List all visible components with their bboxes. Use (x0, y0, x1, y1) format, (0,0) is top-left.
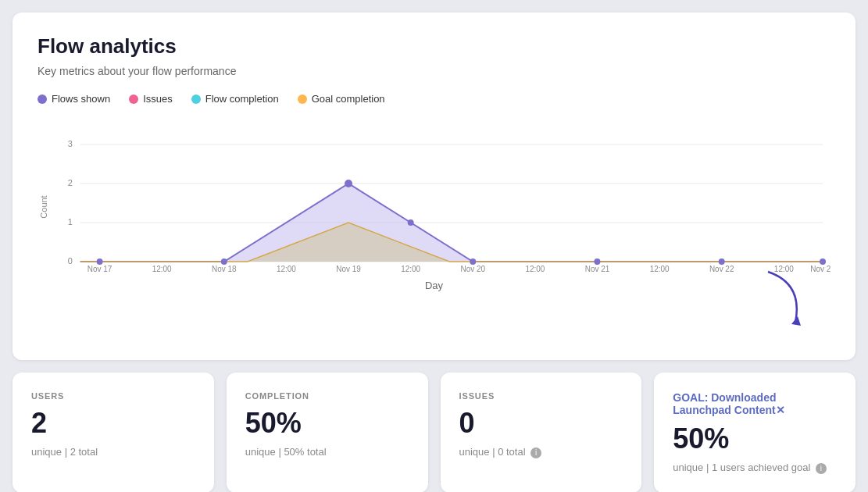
completion-card: COMPLETION 50% unique | 50% total (227, 373, 428, 492)
svg-text:12:00: 12:00 (277, 265, 296, 273)
svg-text:Nov 20: Nov 20 (460, 265, 485, 273)
goal-info-icon[interactable]: i (816, 463, 827, 474)
chart-svg: 3 2 1 0 Count Nov 17 12:00 Nov 18 12:00 … (38, 117, 830, 273)
legend-dot-issues (129, 94, 138, 104)
svg-text:12:00: 12:00 (650, 265, 670, 273)
svg-text:Nov 17: Nov 17 (88, 265, 113, 273)
svg-point-24 (97, 258, 103, 265)
svg-text:0: 0 (68, 256, 73, 266)
arrow-annotation (752, 268, 815, 330)
page-subtitle: Key metrics about your flow performance (38, 65, 830, 77)
svg-text:2: 2 (68, 178, 73, 187)
issues-sub: unique | 0 total i (459, 446, 623, 458)
goal-card: GOAL: Downloaded Launchpad Content✕ 50% … (654, 373, 855, 492)
completion-value: 50% (245, 407, 409, 440)
goal-value: 50% (673, 422, 837, 455)
svg-text:Nov 18: Nov 18 (212, 265, 237, 273)
legend-dot-goal-completion (298, 94, 307, 104)
svg-point-29 (594, 258, 600, 265)
svg-text:3: 3 (68, 139, 73, 148)
legend-dot-flows-shown (38, 94, 47, 104)
goal-sub: unique | 1 users achieved goal i (673, 462, 837, 474)
goal-title: GOAL: Downloaded Launchpad Content✕ (673, 391, 837, 416)
goal-close-icon[interactable]: ✕ (776, 404, 785, 416)
issues-info-icon[interactable]: i (530, 447, 541, 458)
svg-point-30 (719, 258, 725, 265)
legend-label-goal-completion: Goal completion (312, 93, 385, 105)
completion-sub: unique | 50% total (245, 446, 409, 458)
svg-text:12:00: 12:00 (525, 265, 545, 273)
svg-text:12:00: 12:00 (152, 265, 172, 273)
chart-area: 3 2 1 0 Count Nov 17 12:00 Nov 18 12:00 … (38, 117, 830, 273)
x-axis-label: Day (38, 280, 830, 291)
chart-legend: Flows shown Issues Flow completion Goal … (38, 93, 830, 105)
completion-label: COMPLETION (245, 391, 409, 401)
svg-point-31 (820, 258, 826, 265)
svg-point-26 (345, 180, 352, 187)
svg-point-28 (470, 258, 476, 265)
svg-text:Nov 19: Nov 19 (336, 265, 361, 273)
issues-card: ISSUES 0 unique | 0 total i (441, 373, 642, 492)
svg-text:Nov 21: Nov 21 (585, 265, 610, 273)
legend-label-flow-completion: Flow completion (205, 93, 279, 105)
legend-flow-completion: Flow completion (191, 93, 279, 105)
legend-goal-completion: Goal completion (298, 93, 385, 105)
legend-label-flows-shown: Flows shown (52, 93, 110, 105)
svg-point-25 (221, 258, 227, 265)
issues-value: 0 (459, 407, 623, 440)
main-container: Flow analytics Key metrics about your fl… (13, 12, 855, 492)
users-sub: unique | 2 total (31, 446, 195, 458)
arrow-annotation-container (38, 291, 830, 338)
users-label: USERS (31, 391, 195, 401)
page-title: Flow analytics (38, 34, 830, 59)
bottom-cards: USERS 2 unique | 2 total COMPLETION 50% … (13, 373, 855, 492)
legend-issues: Issues (129, 93, 173, 105)
svg-point-27 (408, 219, 414, 226)
issues-label: ISSUES (459, 391, 623, 401)
legend-dot-flow-completion (191, 94, 201, 104)
svg-text:12:00: 12:00 (401, 265, 420, 273)
svg-text:Count: Count (39, 195, 48, 218)
users-card: USERS 2 unique | 2 total (13, 373, 214, 492)
users-value: 2 (31, 407, 195, 440)
svg-text:Nov 22: Nov 22 (709, 265, 734, 273)
svg-text:1: 1 (68, 217, 73, 226)
analytics-card: Flow analytics Key metrics about your fl… (13, 12, 855, 360)
legend-flows-shown: Flows shown (38, 93, 110, 105)
legend-label-issues: Issues (143, 93, 173, 105)
